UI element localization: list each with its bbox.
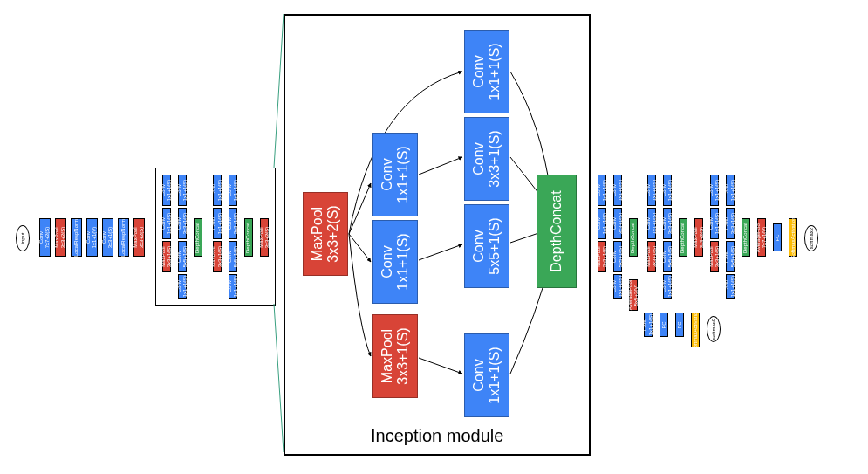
s-incB-dc: DepthConcat [244,218,253,257]
s-incA-c1a: Conv1x1+1(S) [162,175,171,206]
r-inc3-c5: Conv5x5+1(S) [726,241,735,272]
stage: { "title": "Inception module", "colors":… [0,0,868,474]
aux0-avgp: AveragePool5x5+3(V) [629,279,638,311]
r-inc2-c3: Conv3x3+1(S) [663,208,672,239]
r-inc1-c1a: Conv1x1+1(S) [598,175,606,206]
r-inc3-c1d: Conv1x1+1(S) [726,274,735,299]
s-incB-c1b: Conv1x1+1(S) [213,208,222,239]
stem-conv1: Conv1x1+1(V) [86,218,98,257]
r-inc2-c1a: Conv1x1+1(S) [647,175,656,206]
zoom-conv33: Conv3x3+1(S) [464,117,509,201]
r-inc3-top: Conv1x1+1(S) [726,175,735,206]
r-maxpool-mid: MaxPool3x3+2(S) [694,218,703,257]
r-inc3-mp: MaxPool3x3+1(S) [710,241,719,272]
svg-line-0 [274,14,284,168]
input-node: input [16,225,30,251]
r-inc1-c1b: Conv1x1+1(S) [598,208,606,239]
r-inc2-top: Conv1x1+1(S) [663,175,672,206]
head-softmaxact: SoftmaxActivation [789,218,797,257]
zoom-c11-b: Conv1x1+1(S) [372,220,418,304]
s-incA-dc: DepthConcat [194,218,202,257]
r-inc3-c3: Conv3x3+1(S) [726,208,735,239]
aux0-fc2: FC [675,313,684,337]
r-inc3-c1a: Conv1x1+1(S) [710,175,719,206]
head-fc: FC [773,223,782,251]
s-incA-c1d: Conv1x1+1(S) [178,274,187,299]
zoom-conv11d: Conv1x1+1(S) [464,333,509,417]
r-inc2-c1d: Conv1x1+1(S) [663,274,672,299]
s-incB-c1d: Conv1x1+1(S) [229,274,237,299]
stem-conv3: Conv3x3+1(S) [102,218,113,257]
stem-conv7: Conv7x7+2(S) [39,218,51,257]
s-incB-c1a: Conv1x1+1(S) [213,175,222,206]
zoom-conv55: Conv5x5+1(S) [464,204,509,288]
aux0-conv: Conv1x1+1(S) [644,313,653,337]
s-incA-c5: Conv5x5+1(S) [178,241,187,272]
svg-line-1 [274,304,284,452]
head-softmax-out: softmax2 [804,225,818,251]
r-inc1-top: Conv1x1+1(S) [613,175,622,206]
stem-lrn1: LocalRespNorm [71,218,82,257]
s-incA-top: Conv1x1+1(S) [178,175,187,206]
r-inc1-c1d: Conv1x1+1(S) [613,274,622,299]
r-inc2-dc: DepthConcat [679,218,687,257]
s-maxpool-after: MaxPool3x3+2(S) [260,218,269,257]
r-inc1-c3: Conv3x3+1(S) [613,208,622,239]
zoom-conv-top: Conv1x1+1(S) [464,30,509,113]
r-inc2-mp: MaxPool3x3+1(S) [647,241,656,272]
zoom-c11-a: Conv1x1+1(S) [372,133,418,216]
zoom-depthconcat: DepthConcat [537,175,577,288]
head-avgpool: AveragePool7x7+1(V) [757,218,766,257]
r-inc2-c5: Conv5x5+1(S) [663,241,672,272]
aux0-softmax-out: softmax0 [707,316,721,342]
r-inc2-c1b: Conv1x1+1(S) [647,208,656,239]
aux0-softmaxact: SoftmaxActivation [691,313,700,347]
s-incB-top: Conv1x1+1(S) [229,175,237,206]
stem-lrn2: LocalRespNorm [118,218,129,257]
stem-maxpool1: MaxPool3x3+2(S) [55,218,66,257]
r-inc3-dc: DepthConcat [742,218,750,257]
s-incB-c5: Conv5x5+1(S) [229,241,237,272]
r-inc1-mp: MaxPool3x3+1(S) [598,241,606,272]
stem-maxpool2: MaxPool3x3+2(S) [133,218,145,257]
r-inc1-dc: DepthConcat [629,218,638,257]
r-inc3-c1b: Conv1x1+1(S) [710,208,719,239]
s-incB-mp: MaxPool3x3+1(S) [213,241,222,272]
s-incA-c3: Conv3x3+1(S) [178,208,187,239]
zoom-maxpool-in: MaxPool3x3+2(S) [303,192,348,276]
zoom-maxpool-br: MaxPool3x3+1(S) [372,314,418,398]
s-incA-mp: MaxPool3x3+1(S) [162,241,171,272]
aux0-fc: FC [660,313,668,337]
s-incA-c1b: Conv1x1+1(S) [162,208,171,239]
r-inc1-c5: Conv5x5+1(S) [613,241,622,272]
zoom-title: Inception module [371,426,503,446]
s-incB-c3: Conv3x3+1(S) [229,208,237,239]
